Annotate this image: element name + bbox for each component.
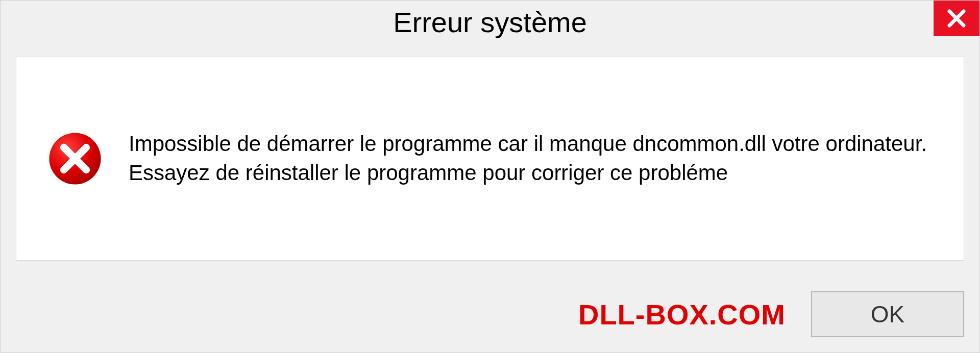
ok-button-label: OK: [871, 300, 904, 328]
error-icon: [47, 131, 103, 187]
content-panel: Impossible de démarrer le programme car …: [16, 57, 964, 261]
error-dialog: Erreur système Impossible de démarr: [0, 0, 980, 353]
dialog-footer: DLL-BOX.COM OK: [578, 291, 964, 337]
watermark-text: DLL-BOX.COM: [578, 298, 786, 331]
close-icon: [946, 8, 967, 29]
ok-button[interactable]: OK: [811, 291, 964, 337]
dialog-title: Erreur système: [393, 6, 587, 39]
close-button[interactable]: [934, 1, 979, 36]
titlebar: Erreur système: [1, 1, 979, 46]
error-message: Impossible de démarrer le programme car …: [129, 130, 933, 187]
